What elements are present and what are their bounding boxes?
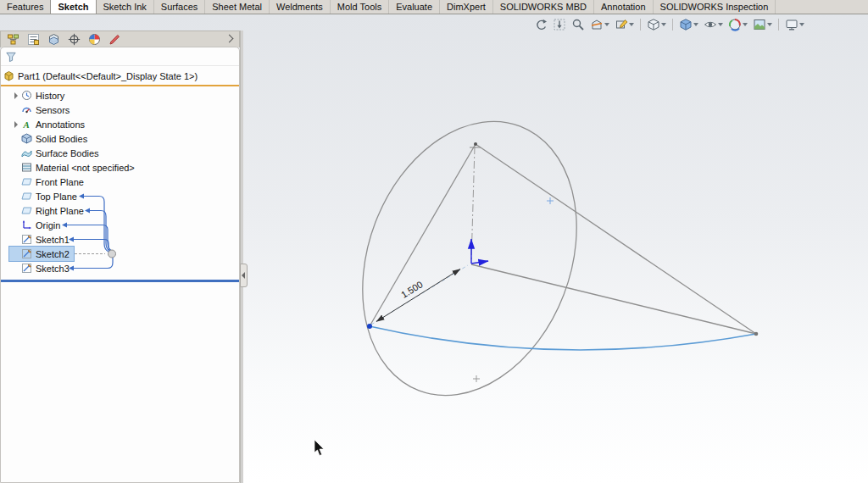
reference-handle-circle[interactable] [108,250,116,258]
sketch-icon [21,248,33,259]
tree-item-label: Sketch3 [36,264,70,274]
dropdown-caret-icon[interactable] [743,23,748,26]
tab-solidworks-mbd[interactable]: SOLIDWORKS MBD [493,0,594,14]
annotations-icon: A [21,119,33,130]
tab-mold-tools[interactable]: Mold Tools [331,0,389,14]
expand-chevron-icon [12,249,21,258]
origin-triad [471,239,488,264]
solidworks-window: FeaturesSketchSketch InkSurfacesSheet Me… [0,0,868,483]
tree-item-label: Right Plane [36,206,84,216]
tree-item-history[interactable]: History [9,88,69,103]
expand-chevron-icon [12,264,21,273]
featuremanager-content: Part1 (Default<<Default>_Display State 1… [0,47,240,483]
tree-item-sketch2[interactable]: Sketch2 [9,247,74,261]
dimxpertmanager-tab-icon[interactable] [67,33,81,47]
view-orientation-icon[interactable] [646,17,667,32]
tab-weldments[interactable]: Weldments [270,0,331,14]
heads-up-view-toolbar [533,17,805,32]
expand-chevron-icon [12,177,21,186]
propertymanager-tab-icon[interactable] [26,33,40,47]
tree-item-label: Sensors [36,105,70,115]
sketch-lines[interactable] [370,144,756,334]
toolbar-separator [778,19,779,31]
tree-item-solid-bodies[interactable]: Solid Bodies [9,131,92,146]
sketch-icon [21,234,33,245]
panel-collapse-handle[interactable] [240,264,248,287]
expand-chevron-icon[interactable] [12,119,21,129]
panel-splitter[interactable] [240,31,243,483]
tab-surfaces[interactable]: Surfaces [154,0,205,14]
expand-chevron-icon [12,105,21,114]
zoom-to-area-icon[interactable] [570,17,586,32]
tree-item-annotations[interactable]: AAnnotations [9,117,89,131]
dimension-1500[interactable]: 1.500 [376,269,460,322]
expand-chevron-icon [12,148,21,158]
tree-item-right-plane[interactable]: Right Plane [9,203,88,218]
svg-text:A: A [23,119,30,130]
tab-features[interactable]: Features [0,0,51,14]
display-style-icon[interactable] [678,17,699,32]
tree-filter-row[interactable] [1,47,239,66]
panel-expand-chevron-icon[interactable] [224,35,232,43]
sketch-points[interactable] [367,142,758,336]
tree-item-label: Sketch1 [36,235,70,245]
tree-item-label: History [36,91,64,101]
sensors-icon [21,104,33,115]
tab-sketch[interactable]: Sketch [50,0,96,14]
dropdown-caret-icon[interactable] [693,23,698,26]
apply-scene-icon[interactable] [752,17,773,32]
expand-chevron-icon [12,134,21,143]
displaymanager-tab-icon[interactable] [87,33,101,47]
mouse-cursor-icon [314,440,326,457]
solid-bodies-icon [21,133,33,144]
part-icon [3,70,15,81]
markup-tab-icon[interactable] [108,33,121,47]
tree-item-sketch3[interactable]: Sketch3 [9,261,74,275]
tree-item-material-not-specified[interactable]: Material <not specified> [9,160,139,175]
expand-chevron-icon [12,235,21,244]
dropdown-caret-icon[interactable] [629,23,634,26]
tree-item-label: Part1 (Default<<Default>_Display State 1… [18,71,198,81]
expand-chevron-icon [12,192,21,201]
configurationmanager-tab-icon[interactable] [47,33,60,47]
tree-item-top-plane[interactable]: Top Plane [9,189,81,203]
ribbon-tab-bar: FeaturesSketchSketch InkSurfacesSheet Me… [0,0,868,14]
edit-appearance-icon[interactable] [727,17,748,32]
tree-item-front-plane[interactable]: Front Plane [9,175,88,189]
tree-item-part1-default-default-display-state-1[interactable]: Part1 (Default<<Default>_Display State 1… [1,69,202,83]
expand-chevron-icon[interactable] [12,91,21,100]
3d-drawing-view-icon[interactable] [614,17,635,32]
dropdown-caret-icon[interactable] [661,23,666,26]
tab-sketch-ink[interactable]: Sketch Ink [97,0,154,14]
tab-annotation[interactable]: Annotation [594,0,654,14]
tree-item-sketch1[interactable]: Sketch1 [9,232,74,247]
view-settings-icon[interactable] [784,17,805,32]
tree-item-sensors[interactable]: Sensors [9,103,74,117]
tab-evaluate[interactable]: Evaluate [389,0,440,14]
dimension-value[interactable]: 1.500 [399,279,425,300]
tab-solidworks-inspection[interactable]: SOLIDWORKS Inspection [654,0,776,14]
section-view-icon[interactable] [589,17,610,32]
viewport-canvas[interactable]: 1.500 [242,14,868,483]
plane-icon [21,191,33,202]
workspace: Part1 (Default<<Default>_Display State 1… [0,14,868,483]
tab-dimxpert[interactable]: DimXpert [440,0,493,14]
dropdown-caret-icon[interactable] [767,23,772,26]
sketch-spline-selected[interactable] [370,326,756,350]
tree-item-surface-bodies[interactable]: Surface Bodies [9,146,103,160]
tree-item-origin[interactable]: Origin [9,218,64,232]
featuremanager-design-tree-tab-icon[interactable] [6,33,19,47]
previous-view-icon[interactable] [533,17,548,32]
material-icon [21,162,33,173]
expand-chevron-icon [12,206,21,215]
rollback-bar[interactable] [1,280,239,282]
tab-sheet-metal[interactable]: Sheet Metal [205,0,270,14]
tree-item-label: Sketch2 [36,249,70,259]
sketch-ellipse[interactable] [325,90,615,426]
dropdown-caret-icon[interactable] [718,23,723,26]
sketch-markers [473,197,554,382]
dropdown-caret-icon[interactable] [799,23,804,26]
dropdown-caret-icon[interactable] [604,23,609,26]
zoom-to-fit-icon[interactable] [552,17,567,32]
hide-show-items-icon[interactable] [703,17,724,32]
